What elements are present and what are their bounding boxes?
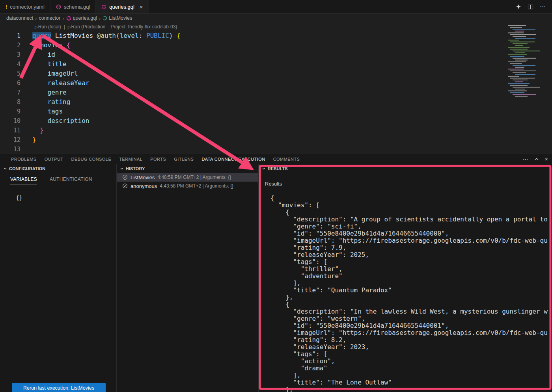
results-label: Results bbox=[265, 181, 552, 187]
history-item-meta: 4:48:59 PM GMT+2 | Arguments: {} bbox=[157, 175, 231, 180]
code-line-9: 9 tags bbox=[0, 107, 552, 116]
results-json: { "movies": [ { "description": "A group … bbox=[259, 195, 552, 392]
panel-body: CONFIGURATION VARIABLESAUTHENTICATION {}… bbox=[0, 164, 552, 392]
json-line: "adventure" bbox=[267, 273, 552, 280]
run-production-label: Run (Production – Project: friendly-flix… bbox=[71, 24, 177, 30]
line-number: 10 bbox=[0, 117, 21, 124]
code-line-5: 5 imageUrl bbox=[0, 69, 552, 78]
json-line: "thriller", bbox=[267, 266, 552, 273]
json-line: "releaseYear": 2023, bbox=[267, 344, 552, 351]
panel-tab-gitlens[interactable]: GITLENS bbox=[170, 154, 198, 164]
json-line: "description": "A group of scientists ac… bbox=[267, 216, 552, 223]
line-number: 8 bbox=[0, 98, 21, 106]
breadcrumb-item-connector[interactable]: connector bbox=[39, 15, 60, 21]
configuration-section: CONFIGURATION VARIABLESAUTHENTICATION {} bbox=[0, 164, 117, 392]
code-line-6: 6 releaseYear bbox=[0, 78, 552, 88]
breadcrumb-item-dataconnect[interactable]: dataconnect bbox=[6, 15, 33, 21]
json-line: { bbox=[267, 195, 552, 202]
panel-tab-bar: PROBLEMSOUTPUTDEBUG CONSOLETERMINALPORTS… bbox=[0, 154, 552, 164]
json-line: "genre": "western", bbox=[267, 315, 552, 322]
codelens: ▷Run (local) | ▷Run (Production – Projec… bbox=[0, 22, 552, 31]
run-local-label: Run (local) bbox=[38, 24, 61, 30]
config-tab-variables[interactable]: VARIABLES bbox=[10, 176, 37, 184]
history-section: HISTORY ListMovies4:48:59 PM GMT+2 | Arg… bbox=[117, 164, 259, 392]
json-line: ], bbox=[267, 280, 552, 287]
panel-close-icon[interactable]: × bbox=[545, 156, 548, 162]
panel-tab-comments[interactable]: COMMENTS bbox=[269, 154, 304, 164]
graphql-icon bbox=[66, 16, 71, 21]
variables-value[interactable]: {} bbox=[16, 195, 116, 201]
code-text: id bbox=[32, 50, 55, 59]
json-line: "movies": [ bbox=[267, 202, 552, 209]
code-line-7: 7 genre bbox=[0, 88, 552, 97]
code-text: releaseYear bbox=[32, 78, 90, 88]
json-line: "releaseYear": 2025, bbox=[267, 251, 552, 258]
tab-connector.yaml[interactable]: !connector.yaml bbox=[0, 0, 50, 13]
code-line-8: 8 rating bbox=[0, 97, 552, 107]
run-local-link[interactable]: ▷Run (local) bbox=[35, 24, 61, 30]
panel-tab-terminal[interactable]: TERMINAL bbox=[115, 154, 146, 164]
line-number: 2 bbox=[0, 42, 21, 49]
editor-actions: ⋯ bbox=[516, 0, 552, 13]
split-editor-icon[interactable] bbox=[528, 4, 533, 10]
results-section[interactable]: RESULTS Results { "movies": [ { "descrip… bbox=[259, 164, 552, 392]
code-line-1: 1query ListMovies @auth(level: PUBLIC) { bbox=[0, 31, 552, 41]
json-line: "id": "550e8400e29b41d4a716446655440000"… bbox=[267, 230, 552, 237]
graphql-icon bbox=[56, 4, 61, 9]
run-production-link[interactable]: ▷Run (Production – Project: friendly-fli… bbox=[68, 24, 177, 30]
history-item-name: ListMovies bbox=[131, 175, 155, 180]
tab-schema.gql[interactable]: schema.gql bbox=[50, 0, 96, 13]
line-number: 6 bbox=[0, 80, 21, 87]
code-text: imageUrl bbox=[32, 69, 78, 78]
json-line: "title": "Quantum Paradox" bbox=[267, 287, 552, 294]
code-text: } bbox=[32, 135, 36, 145]
history-item-ListMovies[interactable]: ListMovies4:48:59 PM GMT+2 | Arguments: … bbox=[117, 173, 258, 182]
panel-tab-ports[interactable]: PORTS bbox=[146, 154, 170, 164]
results-header[interactable]: RESULTS bbox=[259, 164, 552, 173]
breadcrumb-separator: › bbox=[35, 15, 37, 21]
history-header[interactable]: HISTORY bbox=[117, 164, 258, 173]
code-text: rating bbox=[32, 97, 70, 107]
rerun-last-execution-button[interactable]: Rerun last execution: ListMovies bbox=[12, 383, 106, 392]
chevron-down-icon bbox=[262, 167, 266, 171]
code-text: } bbox=[32, 126, 44, 135]
panel-tab-problems[interactable]: PROBLEMS bbox=[7, 154, 41, 164]
panel-tab-output[interactable]: OUTPUT bbox=[41, 154, 67, 164]
chevron-down-icon bbox=[3, 167, 7, 171]
line-number: 12 bbox=[0, 136, 21, 143]
panel-tab-data-connect-execution[interactable]: DATA CONNECT EXECUTION bbox=[198, 154, 269, 164]
configuration-header[interactable]: CONFIGURATION bbox=[0, 164, 116, 173]
minimap[interactable] bbox=[506, 24, 552, 100]
panel-tab-debug-console[interactable]: DEBUG CONSOLE bbox=[67, 154, 116, 164]
json-line: ], bbox=[267, 372, 552, 379]
check-circle-icon bbox=[122, 175, 128, 180]
tab-queries.gql[interactable]: queries.gql× bbox=[96, 0, 149, 13]
vscode-window: { "colors": { "annotation": "#f5416f", "… bbox=[0, 0, 552, 392]
code-line-3: 3 id bbox=[0, 50, 552, 59]
play-icon: ▷ bbox=[35, 25, 38, 29]
code-line-12: 12} bbox=[0, 135, 552, 145]
config-tab-authentication[interactable]: AUTHENTICATION bbox=[50, 176, 92, 184]
panel-maximize-icon[interactable] bbox=[534, 157, 539, 162]
editor-tab-bar: !connector.yamlschema.gqlqueries.gql× ⋯ bbox=[0, 0, 552, 14]
breadcrumb-item-ListMovies[interactable]: ListMovies bbox=[103, 15, 132, 21]
breadcrumb-item-queries.gql[interactable]: queries.gql bbox=[66, 15, 97, 21]
line-number: 7 bbox=[0, 89, 21, 96]
more-actions-icon[interactable]: ⋯ bbox=[540, 3, 546, 10]
sparkle-icon[interactable] bbox=[516, 4, 521, 9]
code-editor[interactable]: ▷Run (local) | ▷Run (Production – Projec… bbox=[0, 22, 552, 154]
line-number: 9 bbox=[0, 108, 21, 115]
json-line: { bbox=[267, 301, 552, 308]
close-icon[interactable]: × bbox=[140, 4, 143, 10]
json-line: "genre": "sci-fi", bbox=[267, 223, 552, 230]
code-area[interactable]: 1query ListMovies @auth(level: PUBLIC) {… bbox=[0, 31, 552, 154]
json-line: "tags": [ bbox=[267, 351, 552, 358]
code-line-10: 10 description bbox=[0, 116, 552, 126]
history-item-anonymous[interactable]: anonymous4:43:58 PM GMT+2 | Arguments: {… bbox=[117, 182, 258, 190]
line-number: 1 bbox=[0, 32, 21, 39]
play-icon: ▷ bbox=[68, 25, 71, 29]
json-line: "rating": 8.2, bbox=[267, 336, 552, 344]
codelens-divider: | bbox=[64, 24, 65, 30]
panel-more-icon[interactable]: ⋯ bbox=[523, 156, 528, 162]
code-text: query ListMovies @auth(level: PUBLIC) { bbox=[32, 31, 181, 41]
